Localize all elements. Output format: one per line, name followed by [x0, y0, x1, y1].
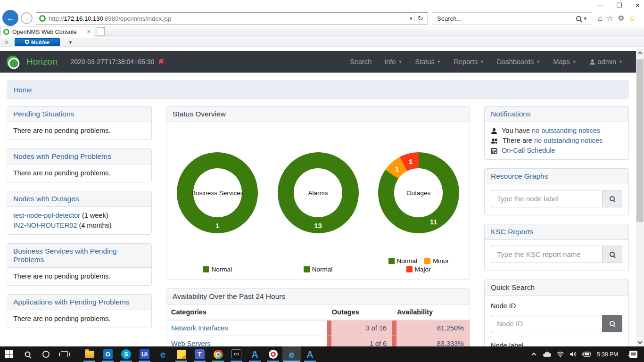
back-button[interactable]: ← — [2, 10, 18, 26]
taskbar-clock[interactable]: 5:38 PM — [594, 351, 623, 358]
settings-gear-icon[interactable]: ⚙ — [618, 14, 624, 23]
outstanding-notices-link[interactable]: no outstanding notices — [532, 127, 600, 134]
outstanding-notices-link[interactable]: no outstanding notices — [534, 137, 603, 144]
donut-chart-row: 1Business ServicesNormal13AlarmsNormal11… — [166, 152, 470, 273]
nav-item-status[interactable]: Status▼ — [415, 58, 441, 66]
taskbar-search-icon[interactable] — [18, 346, 37, 362]
panel-title[interactable]: Business Services with Pending Problems — [7, 244, 151, 268]
start-button[interactable] — [0, 346, 18, 362]
legend-item: Normal — [304, 266, 333, 273]
skype-icon[interactable]: S — [117, 346, 135, 362]
scroll-down-icon[interactable] — [636, 338, 644, 346]
app-a-icon[interactable]: A — [246, 346, 264, 362]
category-link[interactable]: Web Servers — [171, 340, 211, 346]
browser-search-box[interactable]: Search... ▾ — [432, 12, 592, 25]
nav-item-reports[interactable]: Reports▼ — [454, 58, 484, 66]
resource-graphs-panel: Resource Graphs — [484, 168, 629, 215]
panel-title[interactable]: Notifications — [485, 107, 628, 122]
legend-item: Normal — [388, 257, 418, 264]
node-id-search-button[interactable] — [602, 315, 622, 332]
resource-graphs-input[interactable] — [491, 190, 602, 207]
cortana-icon[interactable] — [37, 346, 55, 362]
home-icon[interactable]: ⌂ — [598, 14, 603, 23]
donut-chart-outages[interactable]: 1111Outages — [378, 152, 459, 233]
task-view-icon[interactable] — [55, 346, 74, 362]
forward-button[interactable]: → — [21, 12, 33, 24]
volume-icon[interactable] — [568, 351, 579, 357]
feedback-smiley-icon[interactable]: ☺ — [628, 14, 636, 23]
nav-item-maps[interactable]: Maps▼ — [553, 58, 576, 66]
browser-chrome: — ❐ ✕ ← → http://172.16.10.130:8980/open… — [0, 0, 644, 47]
taskbar-apps: OSUieTC:\AeA — [80, 346, 319, 362]
node-link[interactable]: test-node-pol-detector — [13, 212, 80, 219]
refresh-icon[interactable]: ↻ — [414, 14, 426, 23]
search-icon[interactable] — [576, 16, 581, 21]
restore-button[interactable]: ❐ — [616, 2, 622, 9]
panel-title[interactable]: Nodes with Pending Problems — [7, 149, 151, 165]
nav-item-info[interactable]: Info▼ — [384, 58, 402, 66]
donut-chart-business-services[interactable]: 1Business Services — [177, 152, 258, 233]
window-controls: — ❐ ✕ — [597, 2, 640, 9]
skype-icon-glyph: S — [121, 349, 131, 359]
panel-title[interactable]: Applications with Pending Problems — [7, 295, 151, 310]
scroll-up-icon[interactable] — [636, 49, 644, 57]
new-tab-button[interactable] — [97, 27, 105, 36]
donut-block: 13AlarmsNormal — [269, 152, 368, 273]
panel-title[interactable]: Nodes with Outages — [7, 191, 151, 207]
onedrive-cloud-icon[interactable] — [541, 352, 553, 357]
resource-graphs-search-button[interactable] — [602, 190, 622, 207]
wifi-icon[interactable] — [554, 351, 566, 357]
outlook-icon[interactable]: O — [99, 346, 117, 362]
chrome-icon[interactable] — [209, 346, 227, 362]
mcafee-badge[interactable]: McAfee — [15, 38, 60, 46]
app-a2-icon[interactable]: A — [301, 346, 319, 362]
outlook-icon-glyph: O — [103, 349, 113, 359]
scrollbar-thumb[interactable] — [636, 59, 644, 222]
tab-opennms[interactable]: OpenNMS Web Console ✕ — [0, 26, 94, 37]
mcafee-dropdown-icon[interactable]: ▼ — [68, 40, 73, 45]
node-id-label: Node ID — [491, 301, 622, 311]
nav-item-dashboards[interactable]: Dashboards▼ — [497, 58, 540, 66]
ksc-reports-input[interactable] — [491, 246, 602, 263]
donut-chart-alarms[interactable]: 13Alarms — [278, 152, 359, 233]
favorites-star-icon[interactable]: ☆ — [607, 14, 613, 23]
toolbar-close-icon[interactable]: ✕ — [4, 39, 9, 46]
ksc-reports-search-button[interactable] — [602, 246, 622, 263]
url-text[interactable]: http://172.16.10.130:8980/opennms/index.… — [49, 15, 407, 22]
cmd-icon[interactable]: C:\ — [227, 346, 246, 362]
panel-title[interactable]: Resource Graphs — [485, 169, 628, 184]
notifications-off-bell-icon[interactable] — [157, 58, 165, 66]
address-bar[interactable]: http://172.16.10.130:8980/opennms/index.… — [36, 12, 428, 25]
brand-name[interactable]: Horizon — [26, 57, 57, 67]
teams-icon[interactable]: T — [190, 346, 209, 362]
search-dropdown-icon[interactable]: ▾ — [581, 14, 589, 23]
nav-item-admin[interactable]: admin▼ — [589, 58, 623, 66]
tab-close-icon[interactable]: ✕ — [87, 29, 91, 35]
sticky-notes-icon[interactable] — [172, 346, 190, 362]
node-id-input[interactable] — [491, 315, 602, 332]
tray-chevron-up-icon[interactable] — [528, 353, 539, 356]
breadcrumb-home-link[interactable]: Home — [14, 86, 32, 94]
edge-icon[interactable]: e — [154, 346, 172, 362]
internet-explorer-icon[interactable]: e — [282, 346, 301, 362]
battery-charging-icon[interactable] — [581, 352, 592, 357]
vertical-scrollbar[interactable] — [636, 49, 644, 346]
uipath-icon[interactable]: Ui — [135, 346, 154, 362]
outage-node-line: test-node-pol-detector (1 week) — [13, 211, 145, 221]
category-link[interactable]: Network Interfaces — [171, 324, 228, 332]
panel-title[interactable]: Pending Situations — [7, 107, 151, 122]
users-icon — [491, 138, 498, 144]
on-call-schedule-link[interactable]: On-Call Schedule — [502, 146, 555, 156]
close-button[interactable]: ✕ — [635, 2, 640, 9]
panel-title[interactable]: KSC Reports — [485, 224, 628, 240]
file-explorer-icon[interactable] — [80, 346, 99, 362]
opennms-logo-icon[interactable] — [6, 55, 20, 69]
nav-item-search[interactable]: Search — [350, 58, 372, 66]
red-ring-app-icon[interactable] — [264, 346, 282, 362]
minimize-button[interactable]: — — [597, 2, 603, 9]
node-link[interactable]: IN2-NOI-ROUTER02 — [13, 222, 77, 229]
outages-cell: 1 of 6 — [327, 336, 392, 347]
url-dropdown-icon[interactable]: ▾ — [407, 14, 415, 23]
opennms-navbar: Horizon 2020-03-27T17:38:04+05:30 Search… — [0, 51, 636, 73]
action-center-icon[interactable] — [629, 351, 637, 358]
